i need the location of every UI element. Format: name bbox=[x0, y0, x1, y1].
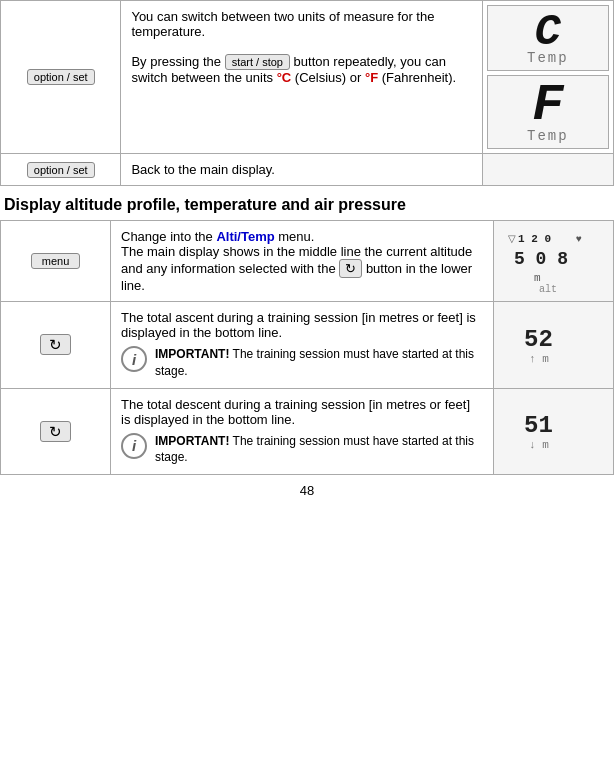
celsius-fahrenheit-icon-cell: C Temp F Temp bbox=[482, 1, 613, 154]
svg-text:m: m bbox=[534, 272, 541, 284]
cycle-button-inline[interactable]: ↻ bbox=[339, 259, 362, 278]
temperature-description-cell: You can switch between two units of meas… bbox=[121, 1, 482, 154]
empty-icon-cell bbox=[482, 154, 613, 186]
svg-text:♥: ♥ bbox=[576, 233, 582, 244]
page-number: 48 bbox=[0, 475, 614, 506]
option-set-button[interactable]: option / set bbox=[27, 69, 95, 85]
svg-text:51: 51 bbox=[524, 412, 553, 439]
temp-desc-text1: You can switch between two units of meas… bbox=[131, 9, 434, 39]
descent-info-row: i IMPORTANT! The training session must h… bbox=[121, 433, 483, 467]
alti-intro-text: Change into the bbox=[121, 229, 216, 244]
fahrenheit-char-display: F bbox=[532, 80, 563, 132]
cycle-button-ascent[interactable]: ↻ bbox=[40, 334, 71, 355]
svg-text:1 2 0: 1 2 0 bbox=[518, 233, 551, 245]
descent-desc-text: The total descent during a training sess… bbox=[121, 397, 470, 427]
menu-button-cell: menu bbox=[1, 221, 111, 302]
section-heading: Display altitude profile, temperature an… bbox=[4, 186, 406, 219]
alti-intro-text2: menu. bbox=[275, 229, 315, 244]
svg-text:↓ m: ↓ m bbox=[529, 439, 549, 451]
ascent-desc-text: The total ascent during a training sessi… bbox=[121, 310, 476, 340]
svg-text:↑ m: ↑ m bbox=[529, 353, 549, 365]
descent-description-cell: The total descent during a training sess… bbox=[111, 388, 494, 475]
svg-text:5 0 8: 5 0 8 bbox=[514, 249, 568, 269]
info-icon-descent: i bbox=[121, 433, 147, 459]
fahrenheit-display-box: F Temp bbox=[487, 75, 609, 149]
info-icon-ascent: i bbox=[121, 346, 147, 372]
ascent-description-cell: The total ascent during a training sessi… bbox=[111, 302, 494, 389]
temp-desc-text5: (Fahrenheit). bbox=[378, 70, 456, 85]
cycle-button-cell-descent: ↻ bbox=[1, 388, 111, 475]
descent-icon-cell: 51 ↓ m bbox=[494, 388, 614, 475]
alti-temp-highlight: Alti/Temp bbox=[216, 229, 274, 244]
back-display-text: Back to the main display. bbox=[131, 162, 275, 177]
ascent-important-text: IMPORTANT! The training session must hav… bbox=[155, 346, 483, 380]
option-set-button-cell-2: option / set bbox=[1, 154, 121, 186]
svg-text:▽: ▽ bbox=[508, 233, 516, 244]
cycle-button-descent[interactable]: ↻ bbox=[40, 421, 71, 442]
descent-display-svg: 51 ↓ m bbox=[509, 402, 599, 457]
option-set-button-2[interactable]: option / set bbox=[27, 162, 95, 178]
celsius-char-display: C bbox=[535, 10, 561, 54]
descent-important-text: IMPORTANT! The training session must hav… bbox=[155, 433, 483, 467]
ascent-display-svg: 52 ↑ m bbox=[509, 316, 599, 371]
ascent-icon-cell: 52 ↑ m bbox=[494, 302, 614, 389]
celsius-display-box: C Temp bbox=[487, 5, 609, 71]
celsius-label: °C bbox=[277, 70, 292, 85]
alti-temp-description-cell: Change into the Alti/Temp menu. The main… bbox=[111, 221, 494, 302]
cycle-button-cell-ascent: ↻ bbox=[1, 302, 111, 389]
ascent-info-row: i IMPORTANT! The training session must h… bbox=[121, 346, 483, 380]
option-set-button-cell: option / set bbox=[1, 1, 121, 154]
alti-display-svg: ▽ 1 2 0 ♥ 5 0 8 m alt bbox=[504, 226, 604, 294]
start-stop-button-ref[interactable]: start / stop bbox=[225, 54, 290, 70]
svg-text:52: 52 bbox=[524, 326, 553, 353]
menu-button[interactable]: menu bbox=[31, 253, 81, 269]
fahrenheit-label: °F bbox=[365, 70, 378, 85]
temp-desc-text2: By pressing the bbox=[131, 54, 224, 69]
back-display-cell: Back to the main display. bbox=[121, 154, 482, 186]
alti-main-icon-cell: ▽ 1 2 0 ♥ 5 0 8 m alt bbox=[494, 221, 614, 302]
temp-desc-text4: (Celsius) or bbox=[291, 70, 365, 85]
celsius-temp-word: Temp bbox=[527, 50, 569, 66]
fahrenheit-temp-word: Temp bbox=[527, 128, 569, 144]
svg-text:alt: alt bbox=[539, 284, 557, 294]
